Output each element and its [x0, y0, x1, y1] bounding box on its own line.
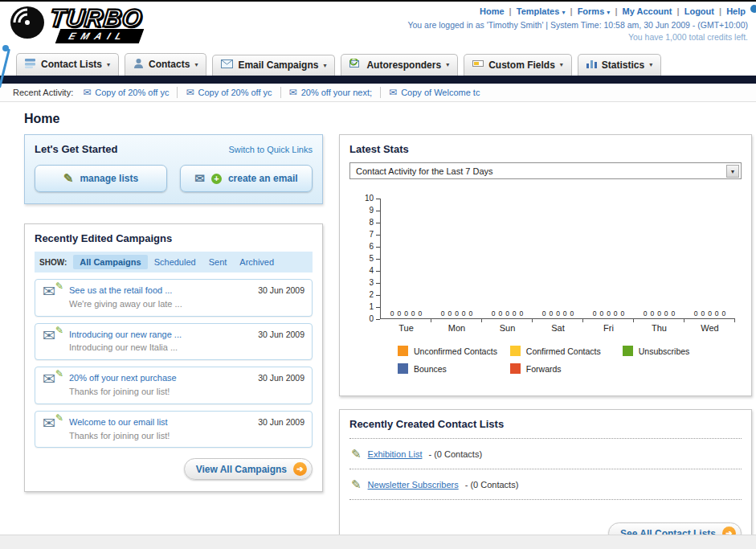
tab-scheduled[interactable]: Scheduled — [148, 255, 202, 269]
y-tick-label: 3 — [369, 278, 374, 288]
legend-label: Bounces — [414, 364, 447, 374]
get-started-panel: Let's Get Started Switch to Quick Links … — [24, 134, 323, 204]
y-tick-label: 4 — [369, 266, 374, 276]
top-link-my-account[interactable]: My Account — [623, 6, 672, 16]
campaign-filter-tabs: SHOW: All Campaigns Scheduled Sent Archi… — [35, 252, 313, 272]
contact-list-link[interactable]: Newsletter Subscribers — [368, 480, 459, 490]
campaign-title-link[interactable]: See us at the retail food ... — [69, 285, 172, 295]
nav-tab-contacts[interactable]: Contacts ▾ — [125, 53, 206, 76]
y-tick-label: 2 — [369, 290, 374, 300]
legend-item: Unsubscribes — [623, 346, 735, 356]
bar-value-label: 0 — [664, 309, 668, 318]
contact-list-link[interactable]: Exhibition List — [368, 449, 423, 459]
top-link-help[interactable]: Help — [726, 6, 746, 16]
caret-down-icon: ▾ — [107, 61, 110, 68]
manage-lists-button[interactable]: ✎ manage lists — [35, 165, 167, 192]
bar-value-label: 0 — [657, 309, 661, 318]
logo-subtitle: EMAIL — [55, 29, 145, 43]
y-tick-label: 7 — [369, 230, 374, 240]
top-link-templates[interactable]: Templates ▾ — [517, 6, 566, 16]
dropdown-arrow-icon: ▼ — [726, 165, 739, 178]
switch-to-quick-links[interactable]: Switch to Quick Links — [228, 145, 313, 154]
top-link-forms[interactable]: Forms ▾ — [578, 6, 611, 16]
contact-lists-panel-title: Recently Created Contact Lists — [349, 418, 742, 430]
stats-panel-title: Latest Stats — [349, 143, 742, 155]
custom-fields-icon — [472, 59, 484, 71]
top-link-home[interactable]: Home — [480, 6, 505, 16]
legend-item: Confirmed Contacts — [510, 346, 623, 356]
app-logo[interactable]: TURBO EMAIL — [10, 5, 142, 50]
recent-activity-item[interactable]: ✉Copy of Welcome tc — [389, 87, 488, 98]
create-email-button[interactable]: ✉ + create an email — [180, 165, 313, 192]
nav-tab-custom-fields[interactable]: Custom Fields ▾ — [464, 54, 572, 76]
campaign-date: 30 Jun 2009 — [258, 371, 304, 383]
caret-down-icon: ▾ — [446, 61, 449, 68]
chart-bar-group: 00000 — [583, 199, 634, 318]
x-axis-label: Mon — [431, 323, 482, 333]
bar-value-label: 0 — [462, 309, 466, 318]
legend-item: Forwards — [510, 363, 623, 374]
bar-value-label: 0 — [722, 309, 726, 318]
recently-edited-campaigns-panel: Recently Edited Campaigns SHOW: All Camp… — [24, 223, 323, 492]
nav-tab-email-campaigns[interactable]: Email Campaigns ▾ — [212, 55, 335, 76]
nav-tab-contact-lists[interactable]: Contact Lists ▾ — [16, 53, 119, 76]
x-axis-label: Sun — [482, 323, 533, 333]
bar-value-label: 0 — [614, 309, 618, 318]
campaign-subtitle: Thanks for joining our list! — [69, 387, 170, 396]
nav-tab-statistics[interactable]: Statistics ▾ — [578, 54, 661, 76]
envelope-icon: ✉ — [389, 87, 397, 98]
bar-value-label: 0 — [441, 309, 445, 318]
top-link-logout[interactable]: Logout — [684, 6, 714, 16]
pencil-icon: ✎ — [351, 447, 362, 461]
arrow-right-icon: ➔ — [293, 462, 307, 476]
campaign-row: ✉✎ 20% off your next purchase Thanks for… — [35, 367, 313, 404]
top-bar: TURBO EMAIL Home | Templates ▾ | Forms ▾… — [0, 2, 756, 51]
campaign-title-link[interactable]: Introducing our new range ... — [69, 330, 182, 339]
contact-activity-chart: 109876543210 000000000000000000000000000… — [361, 199, 735, 381]
chart-legend: Unconfirmed ContactsConfirmed ContactsUn… — [398, 346, 735, 381]
legend-label: Confirmed Contacts — [526, 346, 601, 356]
bar-value-label: 0 — [607, 309, 611, 318]
recent-activity-item[interactable]: ✉20% off your next; — [289, 87, 382, 98]
campaign-date: 30 Jun 2009 — [258, 284, 304, 295]
tab-sent[interactable]: Sent — [202, 255, 234, 269]
chart-bar-group: 00000 — [684, 199, 735, 318]
bar-value-label: 0 — [390, 309, 394, 318]
legend-swatch — [623, 346, 633, 356]
campaign-subtitle: Thanks for joining our list! — [69, 431, 170, 440]
campaigns-panel-title: Recently Edited Campaigns — [35, 232, 313, 244]
recently-created-contact-lists-panel: Recently Created Contact Lists ✎ Exhibit… — [339, 409, 752, 549]
credits-remaining: You have 1,000 total credits left. — [407, 32, 748, 42]
x-axis-label: Fri — [583, 323, 634, 333]
turbine-icon — [10, 5, 47, 43]
bar-value-label: 0 — [556, 309, 560, 318]
contact-lists-icon — [25, 58, 36, 71]
campaign-date: 30 Jun 2009 — [258, 328, 304, 339]
legend-label: Forwards — [526, 364, 562, 374]
edge-decoration-dot — [750, 5, 756, 13]
tab-all-campaigns[interactable]: All Campaigns — [73, 255, 147, 269]
bar-value-label: 0 — [621, 309, 625, 318]
y-tick-label: 9 — [369, 206, 374, 215]
mail-edit-icon: ✉✎ — [43, 416, 62, 433]
campaign-row: ✉✎ Welcome to our email list Thanks for … — [35, 411, 313, 449]
chart-bar-group: 00000 — [381, 199, 431, 318]
envelope-icon: ✉ — [83, 87, 91, 98]
caret-down-icon: ▾ — [194, 61, 198, 68]
recent-activity-item[interactable]: ✉Copy of 20% off yc — [83, 87, 178, 98]
chart-y-axis: 109876543210 — [361, 199, 380, 319]
legend-swatch — [510, 346, 521, 356]
campaign-title-link[interactable]: Welcome to our email list — [69, 417, 168, 427]
tab-archived[interactable]: Archived — [233, 255, 280, 269]
stats-period-dropdown[interactable]: Contact Activity for the Last 7 Days ▼ — [349, 162, 742, 179]
recent-activity-item[interactable]: ✉Copy of 20% off yc — [186, 87, 280, 98]
bar-value-label: 0 — [599, 309, 603, 318]
bar-value-label: 0 — [715, 309, 719, 318]
campaign-row: ✉✎ See us at the retail food ... We're g… — [35, 279, 313, 317]
campaign-title-link[interactable]: 20% off your next purchase — [69, 373, 177, 383]
nav-tab-autoresponders[interactable]: Autoresponders ▾ — [341, 54, 458, 76]
mail-edit-icon: ✉✎ — [43, 328, 62, 346]
bar-value-label: 0 — [563, 309, 567, 318]
view-all-campaigns-button[interactable]: View All Campaigns ➔ — [184, 458, 313, 480]
x-axis-label: Tue — [381, 323, 431, 333]
